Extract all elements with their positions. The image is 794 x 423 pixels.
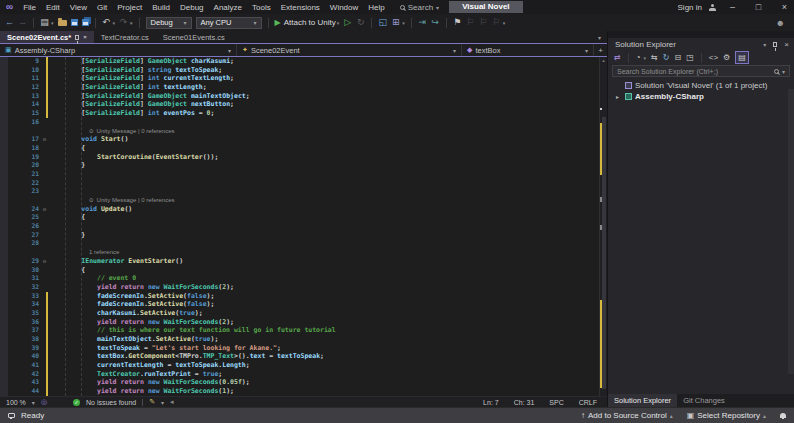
menu-item-build[interactable]: Build <box>147 3 175 12</box>
refresh-icon[interactable]: ↻ <box>663 52 670 63</box>
bookmarks-caret-icon[interactable]: ▾ <box>503 20 506 26</box>
menu-item-tools[interactable]: Tools <box>247 3 276 12</box>
window-layout-caret-icon[interactable]: ▾ <box>402 20 405 26</box>
code-line[interactable]: 34 fadeScreenIn.SetActive(false); <box>8 300 599 309</box>
panel-tab-git-changes[interactable]: Git Changes <box>677 394 731 407</box>
code-line[interactable]: 14 [SerializeField] GameObject nextButto… <box>8 100 599 109</box>
code-line[interactable]: 26 <box>8 222 599 231</box>
column-indicator[interactable]: Ch: 31 <box>514 399 535 406</box>
code-suggestions-icon[interactable]: ✎ <box>149 398 155 406</box>
code-lines[interactable]: 9 [SerializeField] GameObject charKasumi… <box>8 57 599 396</box>
code-line[interactable]: 24⊟ void Update() <box>8 205 599 214</box>
minimize-button[interactable]: – <box>723 2 742 12</box>
code-line[interactable]: 29⊟ IEnumerator EventStarter() <box>8 257 599 266</box>
find-in-files-icon[interactable]: ◱ <box>378 14 387 31</box>
tree-item-assembly-csharp[interactable]: ▸Assembly-CSharp <box>608 91 794 102</box>
tree-item-solution[interactable]: Solution 'Visual Novel' (1 of 1 project) <box>608 80 794 91</box>
code-line[interactable]: 38 mainTextObject.SetActive(true); <box>8 335 599 344</box>
maximize-button[interactable]: □ <box>749 2 768 12</box>
navigate-forward-icon[interactable]: → <box>18 14 27 31</box>
scrollbar-up-arrow-icon[interactable]: ▴ <box>600 57 607 63</box>
code-line[interactable]: 28 <box>8 239 599 248</box>
code-line[interactable]: 20 } <box>8 161 599 170</box>
search-control[interactable]: Search ▾ <box>400 3 439 12</box>
no-issues-icon[interactable]: ✓ <box>73 399 80 406</box>
tab-overflow-caret-icon[interactable]: ▾ <box>598 31 607 43</box>
code-line[interactable]: 22 <box>8 179 599 188</box>
spaces-indicator[interactable]: SPC <box>549 399 563 406</box>
breakpoint-margin[interactable] <box>0 57 8 396</box>
tab-scene02event-cs[interactable]: Scene02Event.cs*× <box>0 31 94 43</box>
code-line[interactable]: 27 } <box>8 231 599 240</box>
code-line[interactable]: 12 [SerializeField] int textLength; <box>8 83 599 92</box>
menu-item-file[interactable]: File <box>18 3 41 12</box>
properties-wrench-icon[interactable]: ⚙ <box>723 52 730 63</box>
start-without-debugging-icon[interactable]: ▷ <box>343 14 352 31</box>
code-line[interactable]: 19 StartCoroutine(EventStarter()); <box>8 153 599 162</box>
redo-icon[interactable]: ↷ <box>119 14 128 31</box>
menu-item-extensions[interactable]: Extensions <box>276 3 325 12</box>
menu-item-git[interactable]: Git <box>92 3 112 12</box>
new-file-caret-icon[interactable]: ▾ <box>51 20 54 26</box>
chevron-down-icon[interactable]: ▾ <box>782 68 785 75</box>
switch-views-icon[interactable]: ⇄ <box>614 52 621 63</box>
sign-in-button[interactable]: Sign in <box>678 3 702 12</box>
undo-caret-icon[interactable]: ▾ <box>113 20 116 26</box>
code-line[interactable]: 16 <box>8 118 599 127</box>
code-line[interactable]: 41 currentTextLength = textToSpeak.Lengt… <box>8 361 599 370</box>
preview-code-icon[interactable]: <> <box>709 52 718 63</box>
code-line[interactable]: 15 [SerializeField] int eventPos = 0; <box>8 109 599 118</box>
code-line[interactable]: 33 fadeScreenIn.SetActive(false); <box>8 292 599 301</box>
select-repository-button[interactable]: ▣ Select Repository ▴ <box>687 411 766 420</box>
hot-reload-icon[interactable]: ↻ <box>356 14 365 31</box>
navigate-backward-icon[interactable]: ← <box>5 14 14 31</box>
code-line[interactable]: 23 <box>8 187 599 196</box>
pin-tab-icon[interactable] <box>75 35 79 40</box>
pending-changes-filter-icon[interactable]: ◔ <box>636 52 641 63</box>
code-line[interactable]: 9 [SerializeField] GameObject charKasumi… <box>8 57 599 66</box>
show-all-files-icon[interactable]: ▤ <box>735 51 749 64</box>
solution-search-input[interactable]: Search Solution Explorer (Ctrl+;) ▾ <box>612 65 790 77</box>
feedback-bubble-icon[interactable] <box>8 413 15 418</box>
window-layout-icon[interactable]: ⊞ <box>391 14 400 31</box>
project-dropdown[interactable]: ▣ Assembly-CSharp ▾ <box>0 44 237 56</box>
scrollbar-thumb[interactable] <box>602 117 606 389</box>
sync-with-active-document-icon[interactable]: ⇆ <box>651 52 658 63</box>
line-indicator[interactable]: Ln: 7 <box>483 399 499 406</box>
expander-icon[interactable]: ▸ <box>616 93 622 100</box>
notifications-bell-icon[interactable] <box>780 413 786 418</box>
redo-caret-icon[interactable]: ▾ <box>130 20 133 26</box>
close-tab-icon[interactable]: × <box>83 34 87 40</box>
new-file-icon[interactable]: ▤ <box>40 14 49 31</box>
code-line[interactable]: 25 { <box>8 213 599 222</box>
code-line[interactable]: 44 yield return new WaitForSeconds(1); <box>8 387 599 396</box>
code-line[interactable]: 31 // event 0 <box>8 274 599 283</box>
close-panel-icon[interactable]: × <box>784 40 789 49</box>
menu-item-edit[interactable]: Edit <box>41 3 65 12</box>
code-line[interactable]: 32 yield return new WaitForSeconds(2); <box>8 283 599 292</box>
tab-textcreator-cs[interactable]: TextCreator.cs <box>94 31 156 43</box>
code-line[interactable]: 42 TextCreator.runTextPrint = true; <box>8 370 599 379</box>
window-position-caret-icon[interactable]: ▾ <box>763 41 766 48</box>
bookmark-toggle-icon[interactable]: ⚑ <box>453 14 462 31</box>
add-to-source-control-button[interactable]: ↑ Add to Source Control ▴ <box>581 411 673 420</box>
send-feedback-icon[interactable]: ☻ <box>776 18 789 28</box>
save-icon[interactable] <box>71 19 78 26</box>
line-ending-indicator[interactable]: CRLF <box>579 399 597 406</box>
bookmark-clear-icon[interactable]: ⚐ <box>492 14 501 31</box>
fold-collapse-icon[interactable]: ⊟ <box>43 257 46 266</box>
member-dropdown[interactable]: ◆ textBox ▾ <box>462 44 594 56</box>
code-line[interactable]: 43 yield return new WaitForSeconds(0.05f… <box>8 378 599 387</box>
step-over-icon[interactable]: ↪ <box>431 14 440 31</box>
code-editor[interactable]: 9 [SerializeField] GameObject charKasumi… <box>0 57 607 396</box>
code-line[interactable]: 18 { <box>8 144 599 153</box>
split-window-button[interactable]: + <box>594 44 607 56</box>
search-icon[interactable] <box>774 69 779 74</box>
solution-platform-combo[interactable]: Any CPU▾ <box>196 17 262 29</box>
code-line[interactable]: 17⊟ void Start() <box>8 135 599 144</box>
codelens-indicator[interactable]: 1 reference <box>8 248 599 257</box>
issues-status-label[interactable]: No issues found <box>86 399 136 406</box>
codelens-indicator[interactable]: ⊙Unity Message | 0 references <box>8 196 599 205</box>
code-line[interactable]: 40 textBox.GetComponent<TMPro.TMP_Text>(… <box>8 352 599 361</box>
fold-collapse-icon[interactable]: ⊟ <box>43 135 46 144</box>
